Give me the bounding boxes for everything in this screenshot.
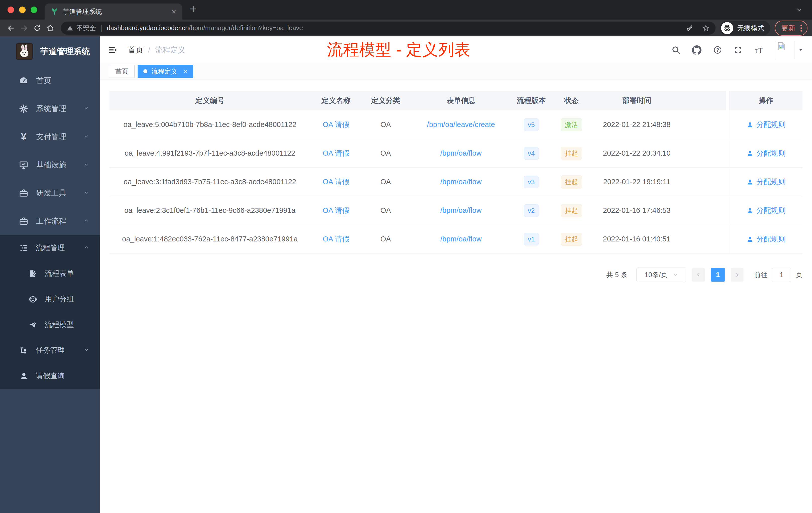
form-link[interactable]: /bpm/oa/flow <box>440 178 482 186</box>
search-icon[interactable] <box>671 46 680 55</box>
sidebar-item-system[interactable]: 系统管理 <box>0 95 100 123</box>
sidebar-item-dev-tools[interactable]: 研发工具 <box>0 179 100 207</box>
assign-rule-button[interactable]: 分配规则 <box>747 177 786 187</box>
cell-id: oa_leave:5:004b710b-7b8a-11ec-8ef0-acde4… <box>110 111 310 139</box>
tag-close-icon[interactable]: × <box>183 67 187 75</box>
tag-home[interactable]: 首页 <box>109 65 135 78</box>
sidebar-item-label: 基础设施 <box>36 160 66 170</box>
briefcase-icon <box>19 216 29 226</box>
tab-search-chevron-icon[interactable] <box>796 6 803 14</box>
prev-page-button[interactable] <box>692 268 705 281</box>
tab-close-icon[interactable]: × <box>172 7 176 16</box>
url-host: dashboard.yudao.iocoder.cn <box>107 24 189 32</box>
form-link[interactable]: /bpm/oa/flow <box>440 149 482 157</box>
fullscreen-icon[interactable] <box>734 46 743 55</box>
goto-label: 前往 <box>754 270 767 279</box>
sidebar-item-process-management[interactable]: 流程管理 <box>0 235 100 261</box>
page-url[interactable]: dashboard.yudao.iocoder.cn/bpm/manager/d… <box>107 24 303 32</box>
page-number-button[interactable]: 1 <box>711 268 725 281</box>
breadcrumb-home[interactable]: 首页 <box>128 45 143 55</box>
definition-name-link[interactable]: OA 请假 <box>323 206 349 216</box>
status-badge: 挂起 <box>561 204 582 217</box>
assign-rule-button[interactable]: 分配规则 <box>747 148 786 158</box>
definition-name-link[interactable]: OA 请假 <box>323 234 349 244</box>
monitor-icon <box>19 160 29 170</box>
cell-category: OA <box>362 111 409 139</box>
sidebar-item-user-group[interactable]: 用户分组 <box>0 286 100 312</box>
sidebar-item-process-form[interactable]: 流程表单 <box>0 261 100 286</box>
sidebar-item-home[interactable]: 首页 <box>0 66 100 95</box>
pagination: 共 5 条 10条/页 1 前往 <box>110 268 803 282</box>
chevron-down-icon <box>83 132 89 141</box>
home-button[interactable] <box>44 22 57 35</box>
page-size-select[interactable]: 10条/页 <box>637 268 686 282</box>
cell-deploy-time: 2022-01-22 21:48:38 <box>593 111 681 139</box>
sidebar-item-process-model[interactable]: 流程模型 <box>0 312 100 338</box>
tag-process-definition[interactable]: 流程定义 × <box>138 65 193 78</box>
app-logo-row[interactable]: 芋道管理系统 <box>0 36 100 66</box>
svg-text:T: T <box>755 49 757 54</box>
form-link[interactable]: /bpm/oa/flow <box>440 235 482 243</box>
active-dot-icon <box>143 69 147 73</box>
sidebar-item-payment[interactable]: ¥ 支付管理 <box>0 123 100 151</box>
assign-rule-button[interactable]: 分配规则 <box>747 120 786 130</box>
definition-name-link[interactable]: OA 请假 <box>323 148 349 158</box>
main-area: 流程模型 - 定义列表 首页 / 流程定义 <box>100 36 812 513</box>
sidebar-item-task-management[interactable]: 任务管理 <box>0 338 100 363</box>
form-link[interactable]: /bpm/oa/leave/create <box>427 120 495 129</box>
definition-name-link[interactable]: OA 请假 <box>323 120 349 130</box>
page-size-value: 10条/页 <box>644 270 668 279</box>
favicon-sprout-icon <box>51 8 58 15</box>
column-header-deploy-time: 部署时间 <box>593 91 681 111</box>
minimize-window-button[interactable] <box>19 6 26 13</box>
new-tab-button[interactable]: + <box>190 3 197 14</box>
back-button[interactable] <box>4 22 18 35</box>
zoom-window-button[interactable] <box>31 6 37 13</box>
cell-deploy-time: 2022-01-16 17:46:53 <box>593 196 681 224</box>
security-warning-icon[interactable] <box>67 25 73 31</box>
kebab-menu-icon[interactable] <box>801 25 802 32</box>
yen-icon: ¥ <box>19 132 29 142</box>
dashboard-icon <box>19 76 29 86</box>
pagination-goto: 前往 页 <box>754 268 803 282</box>
forward-button[interactable] <box>18 22 31 35</box>
sidebar-collapse-icon[interactable] <box>108 45 117 55</box>
help-icon[interactable]: ? <box>713 46 722 55</box>
definition-name-link[interactable]: OA 请假 <box>323 177 349 187</box>
user-avatar-menu[interactable] <box>776 41 803 59</box>
browser-menu-update-button[interactable]: 更新 <box>775 21 808 36</box>
tab-title: 芋道管理系统 <box>63 7 168 16</box>
column-header-id: 定义编号 <box>110 91 310 111</box>
close-window-button[interactable] <box>7 6 14 13</box>
table-row: oa_leave:1:482ec033-762a-11ec-8477-a2380… <box>110 225 803 253</box>
page-unit-label: 页 <box>796 270 803 279</box>
reload-button[interactable] <box>31 22 44 35</box>
tags-view-bar: 首页 流程定义 × <box>100 63 812 79</box>
sidebar-item-leave-query[interactable]: 请假查询 <box>0 363 100 389</box>
chevron-down-icon <box>83 346 89 355</box>
gear-icon <box>19 104 29 114</box>
window-controls[interactable] <box>7 6 37 13</box>
browser-tab[interactable]: 芋道管理系统 × <box>45 3 182 20</box>
github-icon[interactable] <box>692 45 701 55</box>
sidebar-item-infrastructure[interactable]: 基础设施 <box>0 151 100 179</box>
cell-deploy-time: 2022-01-16 01:40:51 <box>593 225 681 253</box>
caret-down-icon <box>799 48 803 52</box>
table-body: oa_leave:5:004b710b-7b8a-11ec-8ef0-acde4… <box>110 111 803 253</box>
goto-page-input[interactable] <box>772 268 791 282</box>
sidebar-item-workflow[interactable]: 工作流程 <box>0 207 100 235</box>
column-header-name: 定义名称 <box>310 91 362 111</box>
status-badge: 挂起 <box>561 233 582 246</box>
cell-id: oa_leave:1:482ec033-762a-11ec-8477-a2380… <box>110 225 310 253</box>
assign-rule-button[interactable]: 分配规则 <box>747 206 786 216</box>
cell-category: OA <box>362 196 409 224</box>
security-label[interactable]: 不安全 <box>76 24 96 32</box>
column-header-version: 流程版本 <box>513 91 550 111</box>
password-key-icon[interactable] <box>686 24 694 32</box>
assign-rule-button[interactable]: 分配规则 <box>747 234 786 244</box>
bookmark-star-icon[interactable] <box>702 24 709 32</box>
address-bar[interactable]: 不安全 | dashboard.yudao.iocoder.cn/bpm/man… <box>61 22 716 35</box>
form-link[interactable]: /bpm/oa/flow <box>440 206 482 215</box>
next-page-button[interactable] <box>731 268 744 281</box>
font-size-icon[interactable]: TT <box>754 46 764 55</box>
